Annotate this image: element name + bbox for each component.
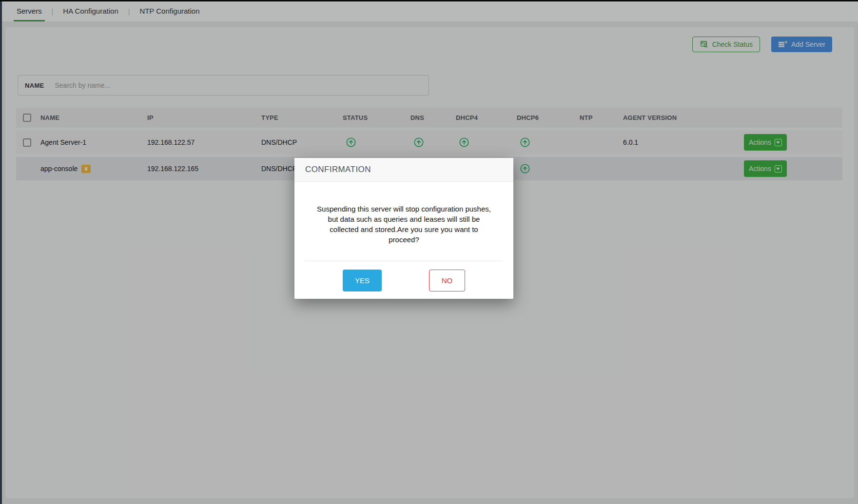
no-button[interactable]: NO xyxy=(429,270,465,291)
dialog-divider xyxy=(305,261,503,261)
dialog-actions: YES NO xyxy=(294,270,513,299)
yes-button[interactable]: YES xyxy=(343,270,382,291)
dialog-message: Suspending this server will stop configu… xyxy=(294,182,513,245)
dialog-title: CONFIRMATION xyxy=(294,158,513,182)
confirmation-dialog: CONFIRMATION Suspending this server will… xyxy=(294,158,513,299)
